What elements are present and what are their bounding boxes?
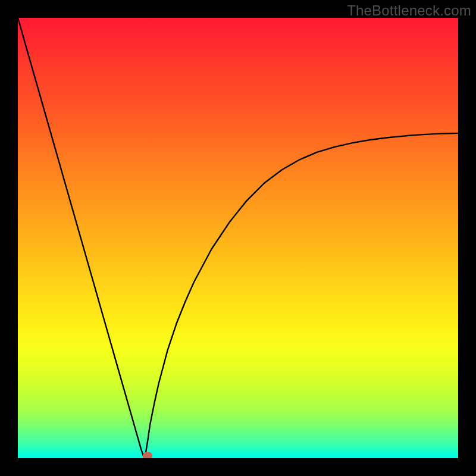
chart-frame: TheBottleneck.com (0, 0, 476, 476)
watermark-text: TheBottleneck.com (347, 2, 471, 19)
curve-svg (18, 18, 458, 458)
optimal-point-marker (143, 452, 152, 458)
bottleneck-curve (18, 18, 458, 458)
plot-area (18, 18, 458, 458)
